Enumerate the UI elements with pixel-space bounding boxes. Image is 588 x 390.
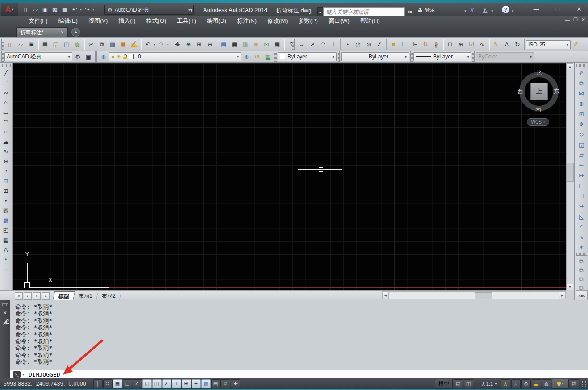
color-dropdown[interactable]: ByLayer ▾	[278, 52, 337, 61]
polyline-icon[interactable]: ∾	[1, 87, 11, 97]
hatch-icon[interactable]: ▨	[1, 205, 11, 215]
dim-continue-icon[interactable]: ⊩	[410, 40, 420, 50]
qat-redo-icon[interactable]: ↷	[82, 4, 92, 15]
menu-edit[interactable]: 编辑(E)	[53, 16, 83, 26]
object-snap-3d-toggle[interactable]: ◫	[152, 379, 162, 388]
menu-insert[interactable]: 插入(I)	[113, 16, 141, 26]
sheet-set-manager-icon[interactable]: ⧈	[251, 40, 261, 50]
draworder-front-icon[interactable]: ⧉	[576, 257, 587, 266]
insert-block-icon[interactable]: ⊟	[1, 176, 11, 186]
dim-diameter-icon[interactable]: ⊘	[364, 40, 374, 50]
qat-redo-caret-icon[interactable]: ▾	[92, 8, 94, 12]
qat-saveas-icon[interactable]: ▩	[50, 4, 60, 15]
layer-properties-icon[interactable]: ⊜	[99, 52, 108, 62]
help-button[interactable]: ?	[502, 6, 509, 13]
scale-icon[interactable]: ◱	[576, 140, 587, 150]
menu-window[interactable]: 窗口(W)	[323, 16, 355, 26]
dim-aligned-icon[interactable]: ↗	[307, 40, 317, 50]
window-maximize-button[interactable]: □	[551, 4, 564, 14]
redo-icon[interactable]: ↷	[156, 40, 166, 50]
rotate-icon[interactable]: ↻	[576, 129, 587, 140]
help-caret-icon[interactable]: ▾	[512, 9, 514, 13]
new-tab-button[interactable]: +	[71, 28, 80, 37]
toolbar-grip[interactable]	[274, 51, 277, 62]
a360-icon[interactable]: ◭	[483, 6, 488, 13]
match-properties-icon[interactable]: ✍	[129, 40, 139, 50]
workspace-switcher[interactable]: ⚙ AutoCAD 经典 ▾	[104, 5, 194, 15]
fillet-icon[interactable]: ◜	[576, 222, 587, 232]
menu-file[interactable]: 文件(F)	[23, 16, 53, 26]
zoom-realtime-icon[interactable]: ⊕	[183, 40, 193, 50]
transparency-toggle[interactable]: ▩	[201, 379, 211, 388]
viewcube-top-face[interactable]: 上	[530, 83, 548, 100]
quick-calc-icon[interactable]: ▦	[272, 40, 282, 50]
dim-jog-line-icon[interactable]: ∿	[477, 40, 487, 50]
signin-area[interactable]: 登录	[418, 6, 435, 14]
viewcube-north[interactable]: 北	[536, 69, 542, 77]
undo-caret-icon[interactable]: ▾	[154, 42, 155, 46]
redo-caret-icon[interactable]: ▾	[167, 42, 169, 46]
dim-angular-icon[interactable]: ∠	[375, 40, 384, 50]
dynamic-input-toggle[interactable]: ⊞	[182, 379, 191, 388]
doc-close-button[interactable]: ✕	[581, 17, 585, 23]
quick-properties-toggle[interactable]: ▤	[211, 379, 221, 388]
ui-lock-icon[interactable]: ▣	[83, 52, 93, 62]
object-snap-tracking-toggle[interactable]: ∡	[162, 379, 171, 388]
join-icon[interactable]: ↣	[576, 201, 587, 212]
mirror-icon[interactable]: ⋈	[576, 88, 587, 99]
polygon-icon[interactable]: ⌂	[1, 97, 11, 107]
annotation-visibility-icon[interactable]: ⅄	[501, 379, 510, 388]
arc-icon[interactable]: ◠	[1, 117, 11, 127]
isolate-objects-button[interactable]: ▾	[552, 379, 569, 389]
ui-lock-status-icon[interactable]	[532, 379, 541, 388]
dynamic-ucs-toggle[interactable]: ⊥	[172, 379, 181, 388]
toolbar-grip[interactable]	[1, 51, 4, 62]
spell-check-icon[interactable]: ABC	[576, 290, 588, 300]
layer-dropdown[interactable]: ● ☀ 0 ▾	[109, 52, 241, 61]
canvas-horizontal-scrollbar[interactable]: ◀ ▶	[382, 291, 566, 299]
qat-overflow-caret-icon[interactable]: ▼	[189, 8, 193, 12]
file-tab-active[interactable]: 折弯标注* ✕	[16, 27, 68, 37]
command-close-icon[interactable]: ✕	[3, 310, 7, 316]
menu-draw[interactable]: 绘图(D)	[201, 16, 232, 26]
vertical-scroll-thumb[interactable]	[567, 163, 574, 182]
save-icon[interactable]: ▣	[26, 40, 36, 50]
command-input[interactable]	[28, 371, 208, 378]
move-icon[interactable]: ✥	[576, 119, 587, 129]
toolbar-grip[interactable]	[0, 64, 11, 67]
paste-icon[interactable]: ▥	[108, 40, 117, 50]
zoom-previous-icon[interactable]: ⊖	[205, 40, 215, 50]
break-icon[interactable]: ⊣	[576, 191, 587, 201]
menu-modify[interactable]: 修改(M)	[262, 16, 293, 26]
dim-quick-icon[interactable]: ≡	[388, 40, 398, 50]
toolbar-grip[interactable]	[472, 51, 475, 62]
extend-icon[interactable]: ↦	[576, 170, 587, 181]
rectangle-icon[interactable]: ▭	[1, 107, 11, 117]
workspace-settings-icon[interactable]: ⚙	[73, 52, 83, 62]
plot-icon[interactable]: ▤	[40, 40, 50, 50]
model-space-button[interactable]: 模型	[435, 379, 453, 389]
qat-undo-caret-icon[interactable]: ▾	[80, 8, 82, 12]
line-icon[interactable]: ╱	[1, 68, 11, 78]
paste-special-icon[interactable]: ▦	[118, 40, 128, 50]
workspace-switch-gear-icon[interactable]: ⚙	[521, 379, 531, 388]
polar-tracking-toggle[interactable]: ∠	[133, 379, 142, 388]
region-icon[interactable]: ◰	[1, 225, 11, 235]
trim-icon[interactable]: ✁	[576, 160, 587, 170]
search-input[interactable]	[324, 8, 404, 17]
scroll-right-button[interactable]: ▶	[559, 292, 566, 299]
layer-make-current-icon[interactable]: ⊜	[242, 52, 251, 62]
chamfer-icon[interactable]: ◺	[576, 212, 587, 222]
window-minimize-button[interactable]: —	[530, 4, 543, 14]
construction-line-icon[interactable]: ⋰	[1, 78, 11, 87]
lineweight-toggle[interactable]: ╋	[192, 379, 201, 388]
point-icon[interactable]: ▪	[1, 195, 11, 205]
toolbar-grip[interactable]	[292, 39, 295, 50]
lineweight-dropdown[interactable]: ByLayer ▾	[413, 52, 471, 61]
doc-minimize-button[interactable]: —	[565, 17, 570, 23]
auto-annotation-icon[interactable]: ⅄	[511, 379, 521, 388]
qat-new-icon[interactable]: ▯	[21, 4, 30, 15]
search-button[interactable]: ∞	[405, 7, 415, 16]
tab-nav-prev-button[interactable]: ‹	[24, 292, 32, 300]
tab-layout2[interactable]: 布局2	[96, 291, 121, 300]
